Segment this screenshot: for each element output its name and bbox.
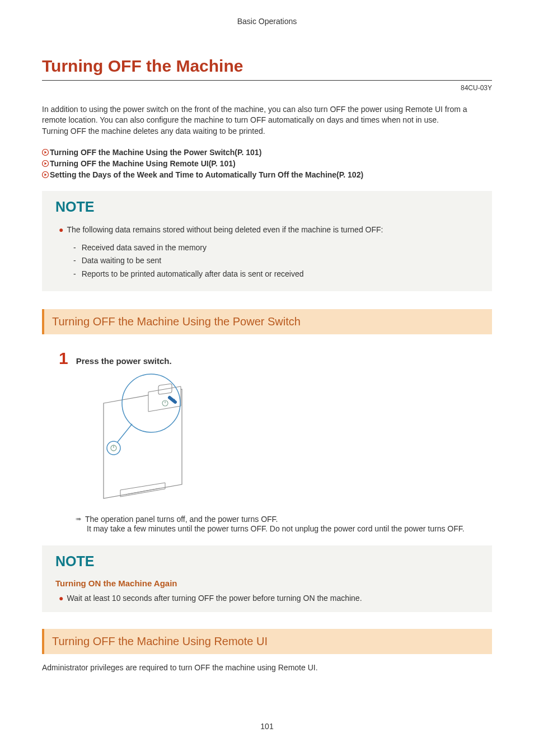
- step-row: 1 Press the power switch.: [59, 350, 492, 367]
- step-text: Press the power switch.: [76, 356, 172, 366]
- bullet-icon: ●: [59, 594, 63, 603]
- note-item: -Data waiting to be sent: [73, 254, 479, 268]
- play-icon: [42, 149, 49, 156]
- note-subtitle: Turning ON the Machine Again: [55, 578, 479, 588]
- intro-paragraph: In addition to using the power switch on…: [42, 104, 492, 125]
- toc-link[interactable]: Turning OFF the Machine Using Remote UI(…: [42, 158, 492, 169]
- arrow-icon: ➠: [76, 515, 82, 523]
- power-switch-illustration: [92, 372, 492, 503]
- header-section-label: Basic Operations: [42, 17, 492, 26]
- toc-text: Turning OFF the Machine Using Remote UI(…: [50, 158, 236, 169]
- bullet-icon: ●: [59, 225, 63, 234]
- note-lead: ●The following data remains stored witho…: [59, 224, 479, 236]
- body-paragraph: Administrator privileges are required to…: [42, 663, 492, 672]
- play-icon: [42, 160, 49, 167]
- note-title: NOTE: [55, 199, 479, 215]
- toc-list: Turning OFF the Machine Using the Power …: [42, 147, 492, 181]
- toc-text: Setting the Days of the Week and Time to…: [50, 169, 363, 180]
- result-text: The operation panel turns off, and the p…: [85, 515, 278, 524]
- toc-link[interactable]: Setting the Days of the Week and Time to…: [42, 169, 492, 180]
- page-title: Turning OFF the Machine: [42, 57, 492, 81]
- play-icon: [42, 171, 49, 178]
- toc-text: Turning OFF the Machine Using the Power …: [50, 147, 261, 158]
- note-item: -Reports to be printed automatically aft…: [73, 268, 479, 281]
- page-number: 101: [0, 722, 534, 731]
- result-block: ➠ The operation panel turns off, and the…: [76, 515, 492, 534]
- note-box: NOTE Turning ON the Machine Again ●Wait …: [42, 545, 492, 612]
- result-text: It may take a few minutes until the powe…: [87, 524, 492, 534]
- note-box: NOTE ●The following data remains stored …: [42, 191, 492, 291]
- doc-code: 84CU-03Y: [42, 84, 492, 92]
- intro-paragraph: Turning OFF the machine deletes any data…: [42, 126, 492, 137]
- section-heading: Turning OFF the Machine Using the Power …: [42, 309, 492, 334]
- section-heading: Turning OFF the Machine Using Remote UI: [42, 629, 492, 654]
- note-item: -Received data saved in the memory: [73, 241, 479, 255]
- note-text: ●Wait at least 10 seconds after turning …: [59, 592, 479, 604]
- toc-link[interactable]: Turning OFF the Machine Using the Power …: [42, 147, 492, 158]
- note-title: NOTE: [55, 553, 479, 570]
- step-number: 1: [59, 350, 68, 367]
